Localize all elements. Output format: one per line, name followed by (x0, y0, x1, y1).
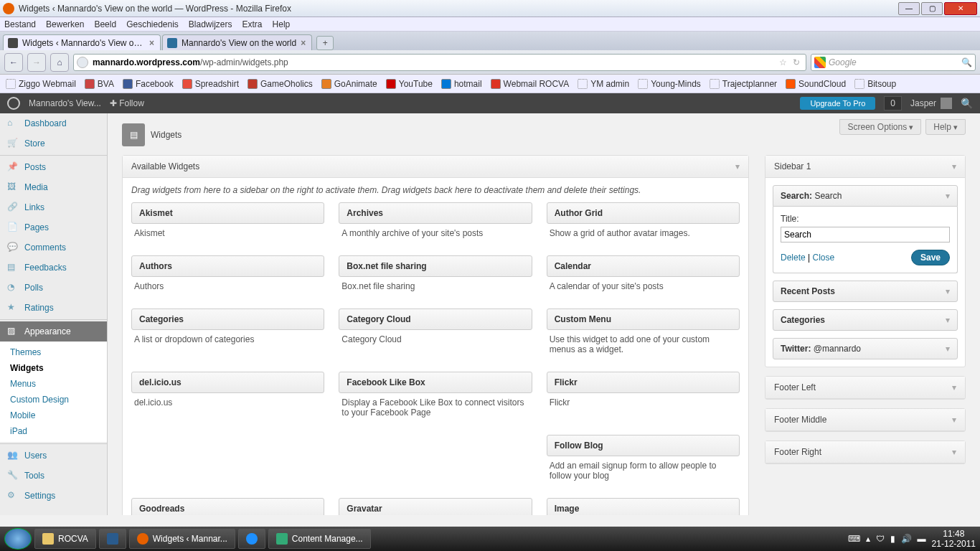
available-widget[interactable]: ArchivesA monthly archive of your site's… (339, 202, 532, 248)
available-widget[interactable]: GoodreadsDisplay your books from Goodrea… (131, 498, 324, 515)
bookmark-item[interactable]: BVA (85, 79, 114, 89)
url-input[interactable]: mannardo.wordpress.com/wp-admin/widgets.… (73, 54, 806, 71)
bookmark-item[interactable]: SoundCloud (786, 79, 846, 89)
available-widget[interactable]: AkismetAkismet (131, 202, 324, 248)
submenu-widgets[interactable]: Widgets (0, 360, 107, 376)
new-tab-button[interactable]: + (316, 36, 334, 50)
available-widget[interactable]: CategoriesA list or dropdown of categori… (131, 309, 324, 364)
available-widget[interactable]: GravatarInsert a Gravatar image (339, 498, 532, 515)
save-button[interactable]: Save (911, 250, 950, 265)
widget-title-input[interactable] (781, 227, 950, 242)
bookmark-item[interactable]: YM admin (578, 79, 629, 89)
minimize-button[interactable]: — (898, 2, 920, 15)
bookmark-item[interactable]: Bitsoup (854, 79, 896, 89)
screen-options-button[interactable]: Screen Options ▾ (839, 119, 921, 135)
available-widgets-header[interactable]: Available Widgets▾ (123, 156, 748, 178)
submenu-themes[interactable]: Themes (0, 344, 107, 360)
footer-middle-panel[interactable]: Footer Middle▾ (765, 408, 966, 432)
follow-button[interactable]: ✚ Follow (110, 98, 144, 108)
home-button[interactable]: ⌂ (50, 53, 69, 72)
tab-close-icon[interactable]: × (301, 38, 306, 48)
close-link[interactable]: Close (812, 253, 834, 263)
bookmark-item[interactable]: Webmail ROCVA (491, 79, 570, 89)
bookmark-item[interactable]: hotmail (441, 79, 482, 89)
available-widget[interactable]: ImageDisplay an image in your sidebar (547, 498, 740, 515)
settings-icon: ⚙ (7, 490, 19, 501)
submenu-menus[interactable]: Menus (0, 376, 107, 392)
menu-comments[interactable]: 💬Comments (0, 237, 107, 258)
menu-extra[interactable]: Extra (242, 19, 263, 29)
available-widget[interactable]: Follow BlogAdd an email signup form to a… (547, 435, 740, 491)
upgrade-button[interactable]: Upgrade To Pro (800, 97, 875, 110)
available-widget[interactable]: Box.net file sharingBox.net file sharing (339, 255, 532, 301)
widget-categories[interactable]: Categories▾ (773, 309, 958, 331)
menu-bewerken[interactable]: Bewerken (46, 19, 84, 29)
available-widget[interactable]: Custom MenuUse this widget to add one of… (547, 309, 740, 364)
menu-bladwijzers[interactable]: Bladwijzers (189, 19, 232, 29)
adminbar-search-icon[interactable]: 🔍 (961, 98, 973, 109)
submenu-custom-design[interactable]: Custom Design (0, 392, 107, 408)
widget-search-header[interactable]: Search: Search▾ (773, 185, 958, 207)
menu-dashboard[interactable]: ⌂Dashboard (0, 113, 107, 133)
tab-0[interactable]: Widgets ‹ Mannardo's View on the w... × (3, 34, 161, 50)
menu-settings[interactable]: ⚙Settings (0, 486, 107, 506)
bookmark-item[interactable]: Trajectplanner (710, 79, 777, 89)
bookmark-item[interactable]: GameOholics (248, 79, 313, 89)
bookmark-item[interactable]: Ziggo Webmail (6, 79, 76, 89)
maximize-button[interactable]: ▢ (921, 2, 943, 15)
search-input[interactable]: Google 🔍 (811, 54, 976, 71)
bookmark-item[interactable]: Young-Minds (638, 79, 701, 89)
bookmark-star-icon[interactable]: ☆ (779, 57, 787, 67)
widget-recent-posts[interactable]: Recent Posts▾ (773, 281, 958, 302)
available-widget[interactable]: Author GridShow a grid of author avatar … (547, 202, 740, 248)
bookmark-item[interactable]: Facebook (123, 79, 174, 89)
bookmark-icon (786, 79, 796, 89)
back-button[interactable]: ← (4, 53, 23, 72)
bookmark-item[interactable]: GoAnimate (321, 79, 377, 89)
menu-feedbacks[interactable]: ▤Feedbacks (0, 258, 107, 278)
tab-close-icon[interactable]: × (149, 38, 154, 48)
favicon-icon (8, 38, 18, 48)
forward-button[interactable]: → (27, 53, 46, 72)
sidebar-1-header[interactable]: Sidebar 1▾ (765, 156, 965, 178)
menu-polls[interactable]: ◔Polls (0, 278, 107, 298)
tab-1[interactable]: Mannardo's View on the world × (162, 34, 312, 50)
widget-title: Categories (131, 309, 324, 330)
site-name[interactable]: Mannardo's View... (29, 98, 101, 108)
menu-store[interactable]: 🛒Store (0, 133, 107, 154)
notifications-badge[interactable]: 0 (884, 96, 902, 110)
wordpress-logo-icon[interactable] (7, 97, 20, 110)
reload-icon[interactable]: ↻ (793, 57, 800, 67)
menu-tools[interactable]: 🔧Tools (0, 466, 107, 486)
menu-users[interactable]: 👥Users (0, 446, 107, 466)
footer-left-panel[interactable]: Footer Left▾ (765, 376, 966, 400)
footer-right-panel[interactable]: Footer Right▾ (765, 441, 966, 464)
close-button[interactable]: ✕ (944, 2, 977, 15)
menu-bestand[interactable]: Bestand (4, 19, 36, 29)
available-widget[interactable]: Category CloudCategory Cloud (339, 309, 532, 364)
user-menu[interactable]: Jasper (910, 98, 952, 109)
menu-beeld[interactable]: Beeld (94, 19, 116, 29)
menu-help[interactable]: Help (273, 19, 291, 29)
menu-appearance[interactable]: ▨Appearance (0, 321, 107, 342)
available-widget[interactable]: FlickrFlickr (547, 372, 740, 428)
submenu-mobile[interactable]: Mobile (0, 408, 107, 423)
help-button[interactable]: Help ▾ (925, 119, 966, 135)
menu-media[interactable]: 🖼Media (0, 177, 107, 197)
menu-geschiedenis[interactable]: Geschiedenis (126, 19, 179, 29)
bookmark-item[interactable]: Spreadshirt (182, 79, 239, 89)
menu-ratings[interactable]: ★Ratings (0, 298, 107, 318)
widget-twitter[interactable]: Twitter: @mannardo▾ (773, 338, 958, 359)
menu-pages[interactable]: 📄Pages (0, 217, 107, 237)
menu-links[interactable]: 🔗Links (0, 197, 107, 217)
available-widget[interactable]: Facebook Like BoxDisplay a Facebook Like… (339, 372, 532, 428)
search-icon[interactable]: 🔍 (961, 57, 972, 67)
delete-link[interactable]: Delete (781, 253, 806, 263)
available-widget[interactable]: del.icio.usdel.icio.us (131, 372, 324, 428)
submenu-ipad[interactable]: iPad (0, 423, 107, 439)
menu-posts[interactable]: 📌Posts (0, 157, 107, 177)
navbar: ← → ⌂ mannardo.wordpress.com/wp-admin/wi… (0, 50, 980, 75)
available-widget[interactable]: CalendarA calendar of your site's posts (547, 255, 740, 301)
available-widget[interactable]: AuthorsAuthors (131, 255, 324, 301)
bookmark-item[interactable]: YouTube (386, 79, 433, 89)
